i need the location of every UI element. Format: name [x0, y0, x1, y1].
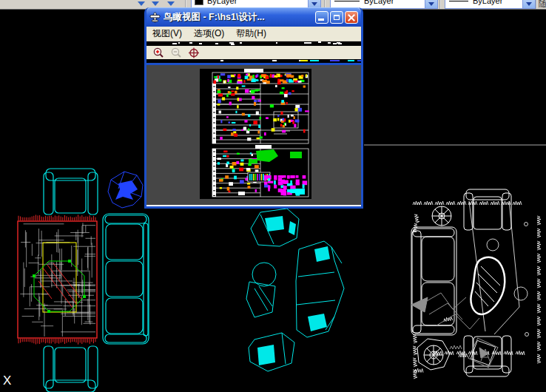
artifact-speck: [328, 42, 331, 44]
artifact-speck: [220, 60, 223, 61]
chevron-down-icon: [428, 2, 434, 6]
aerial-view-viewport[interactable]: [146, 65, 361, 206]
minimize-icon: [318, 18, 324, 21]
aerial-view-window: 鸟瞰视图 - F:\hs1\设计... 视图(V) 选项(O) 帮助(H): [144, 7, 363, 209]
lineweight-combobox-value: ByLayer: [473, 0, 502, 5]
maximize-icon: [334, 15, 340, 20]
artifact-speck: [333, 43, 337, 44]
aerial-window-toolbar: [146, 46, 361, 59]
menu-view[interactable]: 视图(V): [146, 27, 188, 41]
artifact-speck: [348, 60, 354, 61]
artifact-speck: [318, 41, 321, 43]
ucs-x-axis-label: X: [3, 374, 11, 388]
plant-symbol-top: [432, 206, 451, 226]
color-swatch: [195, 0, 203, 5]
artifact-speck: [309, 42, 311, 44]
artifact-speck: [304, 42, 309, 44]
artifact-speck: [338, 43, 342, 44]
artifact-speck: [276, 42, 277, 44]
zoom-extents-button[interactable]: [186, 46, 201, 59]
chevron-down-icon[interactable]: [152, 1, 159, 6]
aerial-window-titlebar[interactable]: 鸟瞰视图 - F:\hs1\设计...: [146, 7, 361, 27]
lineweight-combobox-dropdown-button[interactable]: [522, 0, 535, 8]
chevron-down-icon[interactable]: [138, 1, 145, 6]
chevron-down-icon: [311, 2, 317, 6]
artifact-speck: [330, 60, 340, 61]
artifact-speck: [178, 42, 180, 44]
artifact-speck: [300, 60, 308, 61]
artifact-speck: [240, 42, 242, 44]
artifact-speck: [172, 43, 177, 44]
menu-help[interactable]: 帮助(H): [230, 27, 272, 41]
close-button[interactable]: [345, 11, 358, 24]
linetype-line-icon: [334, 1, 360, 1]
artifact-speck: [199, 43, 202, 44]
lineweight-line-icon: [449, 1, 468, 1]
zoom-in-button[interactable]: [151, 46, 166, 59]
artifact-speck: [215, 43, 218, 44]
toolbar-separator: [439, 0, 441, 9]
zoom-out-button[interactable]: [169, 46, 183, 59]
menu-options[interactable]: 选项(O): [188, 27, 230, 41]
drawing-thumbnail: [200, 69, 311, 199]
linetype-combobox-value: ByLayer: [364, 0, 394, 5]
render-artifact-strip-bottom: [146, 59, 361, 63]
aerial-window-menubar: 视图(V) 选项(O) 帮助(H): [146, 27, 361, 41]
maximize-button[interactable]: [330, 11, 343, 24]
artifact-speck: [357, 60, 361, 61]
toolbar-separator: [536, 0, 537, 9]
artifact-speck: [231, 44, 235, 45]
plotstyle-partial-label: 随: [539, 0, 546, 10]
linetype-combobox-dropdown-button[interactable]: [425, 0, 437, 8]
chevron-down-icon[interactable]: [167, 1, 175, 6]
lineweight-combobox[interactable]: ByLayer: [445, 0, 536, 9]
color-combobox-value: ByLayer: [207, 0, 237, 5]
artifact-speck: [272, 60, 277, 61]
chevron-down-icon: [526, 2, 532, 6]
aerial-view-plane-icon: [149, 12, 161, 23]
artifact-speck: [189, 42, 192, 44]
artifact-speck: [310, 60, 319, 61]
minimize-button[interactable]: [315, 11, 328, 24]
window-title: 鸟瞰视图 - F:\hs1\设计...: [164, 11, 314, 24]
